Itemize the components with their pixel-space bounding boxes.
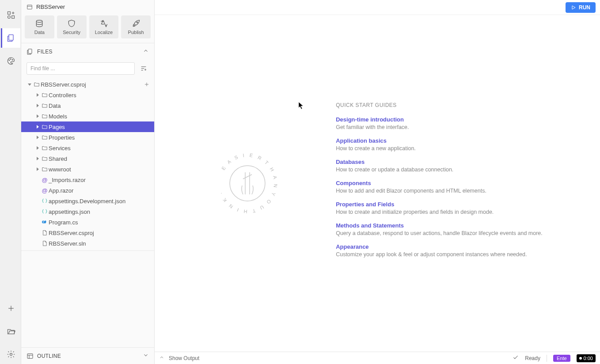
tree-file-csproj[interactable]: RBSServer.csproj [21, 228, 154, 238]
guide-link[interactable]: Properties and Fields [336, 201, 543, 208]
guide-link[interactable]: Methods and Statements [336, 222, 543, 229]
svg-text:E A S I E R  T H A N  Y O U  T: E A S I E R T H A N Y O U T H I N K · [218, 152, 279, 214]
status-bar: Show Output Ready Ente 0:00 [155, 352, 600, 364]
add-file-icon[interactable] [143, 80, 151, 88]
add-icon[interactable] [1, 299, 20, 318]
logo-badge: E A S I E R T H A N Y O U T H I N K · [212, 148, 283, 219]
svg-marker-28 [37, 136, 39, 139]
check-icon [513, 354, 519, 362]
project-toolbar: Data Security Localize Publish [21, 14, 154, 43]
find-file-input[interactable] [27, 62, 135, 75]
svg-marker-31 [37, 167, 39, 171]
expander-right-icon [34, 114, 41, 118]
expander-right-icon [34, 125, 41, 129]
chevron-up-icon[interactable] [159, 355, 164, 361]
run-button[interactable]: RUN [566, 2, 596, 13]
timer-badge: 0:00 [577, 354, 596, 362]
folder-icon [41, 166, 49, 172]
open-folder-icon[interactable] [1, 322, 20, 341]
chevron-down-icon [143, 352, 149, 360]
svg-marker-30 [37, 157, 39, 160]
guides-heading: QUICK START GUIDES [336, 102, 543, 108]
expander-right-icon [34, 103, 41, 108]
guide-link[interactable]: Components [336, 180, 543, 186]
publish-button[interactable]: Publish [121, 15, 151, 38]
svg-point-15 [137, 22, 138, 23]
file-icon [41, 240, 49, 246]
svg-marker-24 [37, 93, 39, 97]
tree-file-app[interactable]: @ App.razor [21, 185, 154, 196]
components-tab-icon[interactable] [1, 5, 20, 25]
files-panel-header[interactable]: FILES [21, 43, 154, 60]
guide-item: Methods and Statements Query a database,… [336, 222, 543, 236]
palette-tab-icon[interactable] [1, 51, 20, 71]
sidebar: RBSServer Data Security Localize Publish [21, 0, 155, 364]
tree-file-appsettings-dev[interactable]: appsettings.Development.json [21, 196, 154, 206]
svg-rect-12 [27, 5, 32, 9]
show-output-button[interactable]: Show Output [169, 355, 199, 361]
svg-point-20 [145, 69, 146, 70]
tree-folder-data[interactable]: Data [21, 100, 154, 111]
database-icon [35, 19, 44, 28]
tree-folder-properties[interactable]: Properties [21, 132, 154, 143]
guide-item: Design-time introduction Get familiar wi… [336, 116, 543, 130]
guide-item: Components How to add and edit Blazor co… [336, 180, 543, 194]
guide-desc: Get familiar with the interface. [336, 124, 543, 130]
cursor-icon [298, 102, 304, 111]
rocket-icon [132, 19, 141, 28]
svg-point-8 [12, 60, 13, 61]
tree-folder-models[interactable]: Models [21, 111, 154, 121]
project-name-label: RBSServer [36, 4, 65, 10]
guide-desc: How to create and initialize properties … [336, 209, 543, 215]
tree-file-sln[interactable]: RBSServer.sln [21, 238, 154, 249]
folder-icon [33, 81, 41, 87]
files-panel: FILES RBSServer.csproj [21, 43, 154, 251]
outline-panel-header[interactable]: OUTLINE [21, 348, 154, 364]
tree-file-appsettings[interactable]: appsettings.json [21, 206, 154, 217]
expander-right-icon [34, 135, 41, 140]
project-title: RBSServer [21, 0, 154, 14]
guide-item: Application basics How to create a new a… [336, 137, 543, 152]
tree-settings-icon[interactable] [138, 63, 149, 74]
guide-item: Appearance Customize your app look & fee… [336, 243, 543, 258]
svg-marker-36 [572, 6, 575, 9]
folder-icon [41, 113, 49, 119]
svg-point-4 [8, 16, 11, 19]
expander-right-icon [34, 156, 41, 161]
tree-file-imports[interactable]: @ _Imports.razor [21, 174, 154, 185]
enter-badge[interactable]: Ente [553, 355, 570, 362]
svg-marker-26 [37, 114, 39, 118]
settings-icon[interactable] [1, 345, 20, 364]
tree-folder-services[interactable]: Services [21, 143, 154, 153]
tree-folder-controllers[interactable]: Controllers [21, 90, 154, 100]
guide-desc: How to add and edit Blazor components an… [336, 188, 543, 194]
tree-root[interactable]: RBSServer.csproj [21, 79, 154, 90]
expander-down-icon [27, 82, 33, 87]
security-button[interactable]: Security [57, 15, 87, 38]
folder-icon [41, 92, 49, 98]
folder-icon [41, 145, 49, 151]
guide-desc: Customize your app look & feel or adjust… [336, 251, 543, 258]
svg-text:C#: C# [42, 220, 46, 224]
localize-button[interactable]: Localize [89, 15, 119, 38]
outline-icon [27, 353, 34, 360]
quick-start-guides: QUICK START GUIDES Design-time introduct… [336, 102, 543, 265]
guide-link[interactable]: Databases [336, 159, 543, 165]
tree-folder-shared[interactable]: Shared [21, 153, 154, 164]
tree-folder-wwwroot[interactable]: wwwroot [21, 164, 154, 174]
translate-icon [99, 19, 108, 28]
expander-right-icon [34, 146, 41, 150]
guide-link[interactable]: Appearance [336, 243, 543, 250]
data-button[interactable]: Data [25, 15, 54, 38]
razor-icon: @ [41, 177, 49, 183]
explorer-tab-icon[interactable] [1, 28, 20, 48]
folder-icon [41, 155, 49, 162]
tree-file-program[interactable]: C# Program.cs [21, 217, 154, 228]
guide-link[interactable]: Design-time introduction [336, 116, 543, 123]
main-header: RUN [155, 0, 600, 15]
guide-link[interactable]: Application basics [336, 137, 543, 144]
guide-desc: Query a database, respond to user action… [336, 230, 543, 236]
tree-folder-pages[interactable]: Pages [21, 121, 154, 132]
expander-right-icon [34, 93, 41, 97]
svg-rect-33 [27, 353, 33, 358]
